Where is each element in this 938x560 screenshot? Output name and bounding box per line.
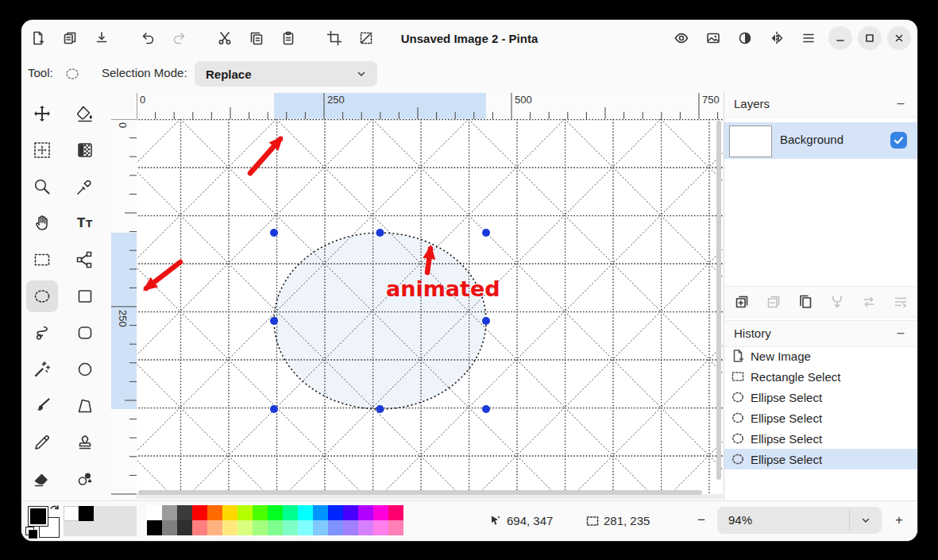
paste-button[interactable] xyxy=(276,25,301,51)
flip-rotate-button[interactable] xyxy=(764,25,789,51)
palette-swatch[interactable] xyxy=(222,520,237,535)
layer-visibility-checkbox[interactable] xyxy=(890,132,907,149)
palette-swatch[interactable] xyxy=(253,520,268,535)
effects-button[interactable] xyxy=(669,25,694,51)
palette-swatch[interactable] xyxy=(298,505,313,520)
tool-ellipse[interactable] xyxy=(69,353,101,385)
color-swatch-widget[interactable] xyxy=(25,504,65,539)
palette-swatch[interactable] xyxy=(222,505,237,520)
tool-recolor[interactable] xyxy=(69,463,101,495)
open-image-button[interactable] xyxy=(57,25,83,51)
palette-swatch[interactable] xyxy=(177,505,192,520)
reorder-layer-button[interactable] xyxy=(856,289,882,315)
palette-swatch[interactable] xyxy=(283,505,298,520)
palette-swatch[interactable] xyxy=(207,520,222,535)
tool-freeform-shape[interactable] xyxy=(69,390,101,422)
palette-swatch[interactable] xyxy=(373,520,388,535)
recent-color-swatch[interactable] xyxy=(64,506,79,521)
palette-swatch[interactable] xyxy=(298,520,313,535)
palette-swatch[interactable] xyxy=(268,505,283,520)
tool-rectangle-select[interactable] xyxy=(26,244,58,276)
tool-magic-wand[interactable] xyxy=(26,353,58,385)
adjustments-button[interactable] xyxy=(732,25,758,51)
vertical-scrollbar[interactable] xyxy=(716,121,721,480)
tool-clone-stamp[interactable] xyxy=(69,427,101,458)
palette-swatch[interactable] xyxy=(192,505,207,520)
tool-pencil[interactable] xyxy=(26,427,58,458)
zoom-out-button[interactable]: − xyxy=(690,509,712,531)
palette-swatch[interactable] xyxy=(388,505,403,520)
palette-swatch[interactable] xyxy=(283,520,298,535)
palette-swatch[interactable] xyxy=(343,520,358,535)
tool-move-selection[interactable] xyxy=(26,134,58,166)
tool-ellipse-select[interactable] xyxy=(26,280,58,312)
add-layer-button[interactable] xyxy=(729,289,755,315)
palette-swatch[interactable] xyxy=(162,505,177,520)
tool-eraser[interactable] xyxy=(26,463,58,495)
tool-line-curve[interactable] xyxy=(69,244,101,276)
tool-text[interactable]: TT xyxy=(69,207,101,239)
horizontal-scrollbar[interactable] xyxy=(138,490,702,495)
new-image-button[interactable] xyxy=(25,25,51,51)
reset-colors-icon[interactable] xyxy=(29,530,37,539)
merge-layer-down-button[interactable] xyxy=(824,289,850,315)
tool-zoom[interactable] xyxy=(26,171,58,203)
palette-swatch[interactable] xyxy=(358,505,373,520)
history-item-selected[interactable]: Ellipse Select xyxy=(724,449,917,469)
layer-properties-button[interactable] xyxy=(888,289,913,315)
layers-collapse-button[interactable]: – xyxy=(891,94,910,113)
swap-colors-icon[interactable] xyxy=(49,504,60,516)
palette-swatch[interactable] xyxy=(147,520,162,535)
palette-swatch[interactable] xyxy=(328,505,343,520)
zoom-in-button[interactable]: + xyxy=(888,509,910,531)
palette-swatch[interactable] xyxy=(268,520,283,535)
history-item[interactable]: Ellipse Select xyxy=(724,407,917,428)
palette-swatch[interactable] xyxy=(343,505,358,520)
tool-pan[interactable] xyxy=(26,207,58,239)
remove-layer-button[interactable] xyxy=(761,289,786,315)
palette-swatch[interactable] xyxy=(253,505,268,520)
tool-move-selected[interactable] xyxy=(26,98,58,129)
palette-swatch[interactable] xyxy=(373,505,388,520)
palette-swatch[interactable] xyxy=(313,505,328,520)
tool-gradient[interactable] xyxy=(69,134,101,166)
selection-ellipse[interactable] xyxy=(274,233,486,409)
palette-swatch[interactable] xyxy=(237,520,253,535)
layer-row-background[interactable]: Background xyxy=(724,122,917,159)
save-image-button[interactable] xyxy=(89,25,114,51)
copy-button[interactable] xyxy=(244,25,269,51)
palette-swatch[interactable] xyxy=(207,505,222,520)
history-collapse-button[interactable]: – xyxy=(891,323,910,342)
history-item[interactable]: Ellipse Select xyxy=(724,428,917,449)
canvas[interactable]: animated xyxy=(137,119,723,499)
recent-color-swatch[interactable] xyxy=(79,506,94,521)
history-item[interactable]: New Image xyxy=(724,346,917,366)
main-menu-button[interactable] xyxy=(796,25,821,51)
palette-swatch[interactable] xyxy=(162,520,177,535)
minimize-button[interactable] xyxy=(828,26,852,50)
tool-rectangle[interactable] xyxy=(69,280,101,312)
close-button[interactable] xyxy=(887,26,911,50)
palette-swatch[interactable] xyxy=(328,520,343,535)
image-menu-button[interactable] xyxy=(701,25,726,51)
tool-lasso-select[interactable] xyxy=(26,317,58,349)
palette-swatch[interactable] xyxy=(147,505,162,520)
history-item[interactable]: Ellipse Select xyxy=(724,387,917,407)
history-item[interactable]: Rectangle Select xyxy=(724,366,917,387)
primary-color-swatch[interactable] xyxy=(28,506,48,527)
deselect-all-button[interactable] xyxy=(353,25,379,51)
palette-swatch[interactable] xyxy=(358,520,373,535)
palette-swatch[interactable] xyxy=(177,520,192,535)
tool-color-picker[interactable] xyxy=(69,171,101,203)
undo-button[interactable] xyxy=(135,25,160,51)
tool-paint-bucket[interactable] xyxy=(69,98,101,129)
palette-swatch[interactable] xyxy=(313,520,328,535)
zoom-level-dropdown[interactable]: 94% xyxy=(717,507,882,534)
palette-swatch[interactable] xyxy=(388,520,403,535)
cut-button[interactable] xyxy=(212,25,237,51)
selection-mode-dropdown[interactable]: Replace xyxy=(195,61,377,87)
crop-button[interactable] xyxy=(322,25,347,51)
palette-swatch[interactable] xyxy=(192,520,207,535)
maximize-button[interactable] xyxy=(858,26,882,50)
tool-rounded-rectangle[interactable] xyxy=(69,317,101,349)
